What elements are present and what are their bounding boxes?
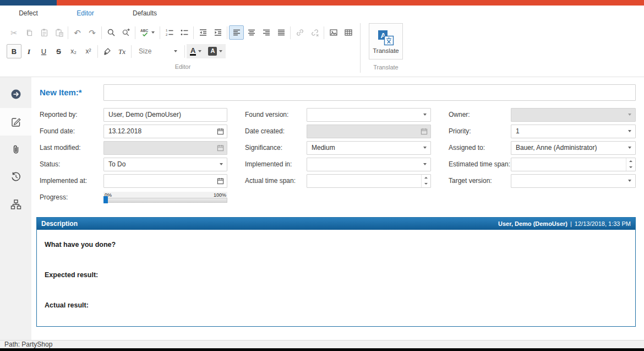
progress-slider[interactable]: 0% 100% [103,192,227,203]
description-meta: User, Demo (DemoUser) | 12/13/2018, 1:33… [498,220,631,227]
chevron-down-icon[interactable] [419,142,430,154]
chevron-down-icon[interactable] [624,175,635,187]
actual-time-span-label: Actual time span: [245,177,307,185]
justify-icon[interactable] [274,25,288,40]
toolbar-separator [131,45,132,58]
spellcheck-icon[interactable]: ABC [137,25,158,40]
calendar-icon[interactable] [214,125,227,138]
chevron-down-icon [174,50,177,52]
translate-button[interactable]: A Translate [369,23,403,60]
status-value: To Do [104,160,216,168]
underline-button[interactable]: U [36,44,51,58]
app-window: Defect Editor Defaults ✂ ↶ ↷ [0,0,644,351]
strikethrough-label: S [56,48,61,55]
link-icon[interactable] [292,25,307,40]
translate-button-label: Translate [373,47,399,54]
chevron-down-icon [219,50,222,52]
redo-icon[interactable]: ↷ [85,25,100,40]
estimated-time-span-input[interactable] [511,158,626,171]
align-left-icon[interactable] [229,25,244,40]
unlink-icon[interactable] [307,25,322,40]
undo-icon[interactable]: ↶ [70,25,85,40]
implemented-at-input[interactable] [104,175,214,187]
spellcheck-abc-text: ABC [140,29,148,33]
bold-button[interactable]: B [7,44,21,58]
font-color-button[interactable]: A [187,44,205,58]
subscript-button[interactable]: x₂ [66,44,81,58]
found-version-select[interactable] [307,108,431,122]
ribbon-group-editor: ✂ ↶ ↷ [7,20,359,77]
tab-defaults[interactable]: Defaults [114,6,176,20]
chevron-down-icon[interactable] [624,142,635,154]
italic-label: I [28,48,30,55]
description-editor[interactable]: What have you done? Expected result: Act… [37,230,635,326]
new-item-input[interactable] [103,84,636,101]
reported-by-input[interactable] [104,109,227,121]
estimated-time-span-label: Estimated time span: [449,160,511,168]
background-color-button[interactable]: A [205,44,226,58]
numbered-list-icon[interactable]: 12 [162,25,177,40]
target-version-select[interactable] [511,174,636,188]
sidebar-item-hierarchy[interactable] [0,191,31,218]
priority-select[interactable]: 1 [511,125,636,138]
spin-down-icon[interactable] [626,164,635,171]
increase-indent-icon[interactable] [210,25,225,40]
found-date-input[interactable] [104,125,214,138]
toolbar-separator [227,26,227,39]
remove-format-label: Tx [118,48,125,55]
image-icon[interactable] [326,25,341,40]
implemented-in-select[interactable] [307,158,431,171]
paste-icon[interactable] [36,25,51,40]
redo-glyph: ↷ [89,29,96,37]
align-center-icon[interactable] [244,25,259,40]
significance-select[interactable]: Medium [307,141,431,155]
replace-icon[interactable] [118,25,133,40]
progress-rail [103,198,227,203]
align-right-icon[interactable] [259,25,274,40]
spin-down-icon[interactable] [422,181,430,187]
decrease-indent-icon[interactable] [195,25,210,40]
calendar-icon[interactable] [214,175,227,187]
calendar-icon [417,125,430,138]
find-icon[interactable] [103,25,118,40]
superscript-button[interactable]: x² [81,44,96,58]
ribbon-tab-bar: Defect Editor Defaults [0,6,644,20]
chevron-down-icon[interactable] [624,125,635,138]
strikethrough-button[interactable]: S [51,44,66,58]
paste-special-icon[interactable] [51,25,66,40]
tab-defect[interactable]: Defect [0,6,57,20]
titlebar-accent-blue [0,0,57,6]
tab-editor[interactable]: Editor [57,6,114,20]
spin-up-icon[interactable] [626,158,635,165]
chevron-down-icon[interactable] [419,158,430,171]
italic-button[interactable]: I [21,44,36,58]
description-header: Description User, Demo (DemoUser) | 12/1… [37,218,635,230]
sidebar-item-history[interactable] [0,163,31,191]
owner-select [511,108,636,122]
status-bar: Path: PartyShop [0,340,644,348]
toolbar-separator [68,26,68,39]
assigned-to-select[interactable]: Bauer, Anne (Administrator) [511,141,636,155]
toolbar-separator [324,26,324,39]
spin-up-icon[interactable] [422,175,430,181]
copy-icon[interactable] [21,25,36,40]
target-version-label: Target version: [449,177,511,185]
sidebar-item-edit[interactable] [0,108,31,136]
font-size-select[interactable]: Size [135,45,181,58]
status-select[interactable]: To Do [103,158,227,171]
remove-format-button[interactable]: Tx [114,44,129,58]
font-color-icon: A [190,47,196,56]
toolbar-separator [184,45,185,58]
table-icon[interactable] [341,25,356,40]
sidebar-item-attachments[interactable] [0,136,31,163]
sidebar-item-open[interactable] [0,80,31,108]
description-panel: Description User, Demo (DemoUser) | 12/1… [36,217,636,327]
cut-icon[interactable]: ✂ [7,25,21,40]
superscript-label: x² [86,48,91,55]
actual-time-span-input[interactable] [307,175,421,187]
bulleted-list-icon[interactable] [177,25,192,40]
format-painter-icon[interactable] [100,44,114,58]
progress-thumb[interactable] [103,196,108,203]
chevron-down-icon[interactable] [419,109,430,121]
chevron-down-icon[interactable] [216,158,227,171]
